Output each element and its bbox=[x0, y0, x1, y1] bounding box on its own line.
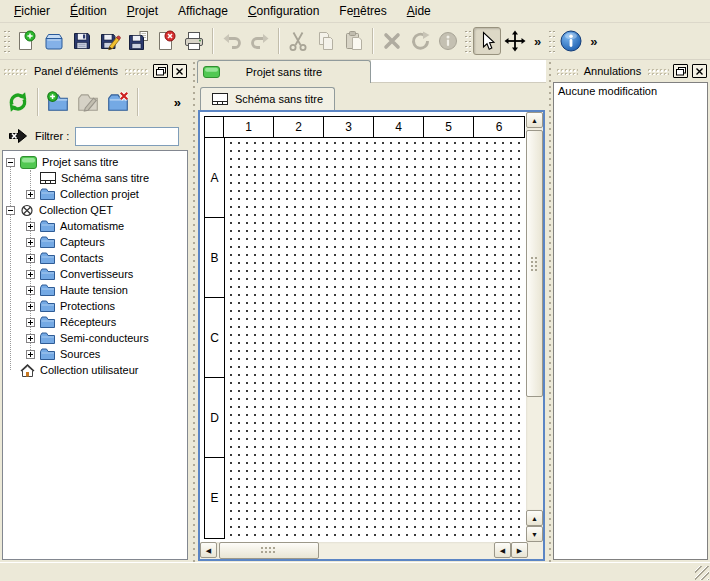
float-dock-button[interactable] bbox=[673, 64, 688, 78]
expand-expander-icon[interactable] bbox=[26, 286, 35, 295]
collapse-expander-icon[interactable] bbox=[6, 206, 15, 215]
tree-item-projet-sans-titre[interactable]: Projet sans titre bbox=[3, 154, 187, 170]
dock-title-texture bbox=[556, 68, 578, 75]
scroll-left-button[interactable]: ◀ bbox=[200, 542, 217, 558]
scroll-up-button-2[interactable]: ▲ bbox=[526, 510, 543, 526]
save-icon bbox=[71, 30, 93, 52]
tree-item-collection-qet[interactable]: Collection QET bbox=[3, 202, 187, 218]
panel-overflow-chevron[interactable]: » bbox=[174, 95, 181, 110]
edit-category-button[interactable] bbox=[73, 87, 103, 117]
qet-collection-icon bbox=[20, 204, 34, 217]
tree-item-sources[interactable]: Sources bbox=[3, 346, 187, 362]
menu-aide[interactable]: Aide bbox=[397, 1, 441, 21]
save-all-button[interactable] bbox=[124, 27, 152, 55]
expand-expander-icon[interactable] bbox=[26, 302, 35, 311]
save-as-button[interactable] bbox=[96, 27, 124, 55]
expand-expander-icon[interactable] bbox=[26, 334, 35, 343]
vertical-scroll-track[interactable] bbox=[526, 128, 543, 510]
menu-fichier[interactable]: Fichier bbox=[4, 1, 60, 21]
toolbar-overflow-chevron[interactable]: » bbox=[585, 34, 602, 49]
expand-expander-icon[interactable] bbox=[26, 238, 35, 247]
schema-canvas[interactable]: 1 2 3 4 5 6 A B C D E bbox=[200, 112, 526, 542]
toolbar-drag-handle[interactable] bbox=[464, 28, 471, 54]
expand-expander-icon[interactable] bbox=[26, 190, 35, 199]
clear-filter-button[interactable] bbox=[7, 127, 29, 145]
scroll-down-button[interactable]: ▼ bbox=[526, 526, 543, 542]
menu-affichage[interactable]: Affichage bbox=[168, 1, 238, 21]
tree-item-collection-projet[interactable]: Collection projet bbox=[3, 186, 187, 202]
undo-history-item[interactable]: Aucune modification bbox=[558, 85, 703, 100]
toolbar-drag-handle[interactable] bbox=[548, 28, 555, 54]
print-button[interactable] bbox=[180, 27, 208, 55]
float-dock-button[interactable] bbox=[153, 64, 168, 78]
tree-item-automatisme[interactable]: Automatisme bbox=[3, 218, 187, 234]
print-icon bbox=[183, 30, 205, 52]
close-document-button[interactable] bbox=[152, 27, 180, 55]
expand-expander-icon[interactable] bbox=[26, 270, 35, 279]
copy-button[interactable] bbox=[312, 27, 340, 55]
expand-expander-icon[interactable] bbox=[26, 318, 35, 327]
tab-schema-sans-titre[interactable]: Schéma sans titre bbox=[200, 87, 335, 110]
select-tool-button[interactable] bbox=[473, 27, 501, 55]
filter-input[interactable] bbox=[75, 127, 179, 146]
vertical-scroll-thumb[interactable] bbox=[526, 130, 543, 397]
expand-expander-icon[interactable] bbox=[26, 350, 35, 359]
delete-category-button[interactable] bbox=[103, 87, 133, 117]
undo-history-list: Aucune modification bbox=[553, 82, 708, 560]
dock-splitter-right[interactable] bbox=[546, 60, 553, 562]
close-dock-button[interactable] bbox=[172, 64, 187, 78]
rotate-button[interactable] bbox=[406, 27, 434, 55]
open-project-button[interactable] bbox=[40, 27, 68, 55]
undo-button[interactable] bbox=[218, 27, 246, 55]
tab-projet-sans-titre[interactable]: Projet sans titre bbox=[197, 60, 371, 83]
menu-fenetres[interactable]: Fenêtres bbox=[329, 1, 396, 21]
about-info-icon bbox=[559, 29, 583, 53]
tree-item-schema-sans-titre[interactable]: Schéma sans titre bbox=[3, 170, 187, 186]
toolbar-overflow-chevron[interactable]: » bbox=[529, 34, 546, 49]
menu-projet[interactable]: Projet bbox=[117, 1, 168, 21]
scroll-left-button-2[interactable]: ◀ bbox=[494, 542, 511, 558]
reload-collections-button[interactable] bbox=[3, 87, 33, 117]
toolbar-drag-handle[interactable] bbox=[3, 28, 10, 54]
delete-button[interactable] bbox=[378, 27, 406, 55]
expand-expander-icon[interactable] bbox=[26, 254, 35, 263]
elements-panel-titlebar[interactable]: Panel d'éléments bbox=[0, 60, 190, 82]
workspace: Projet sans titre Schéma sans titre bbox=[197, 60, 546, 562]
tree-item-capteurs[interactable]: Capteurs bbox=[3, 234, 187, 250]
expand-expander-icon[interactable] bbox=[26, 222, 35, 231]
scroll-up-button[interactable]: ▲ bbox=[526, 112, 543, 128]
tree-item-label: Schéma sans titre bbox=[61, 172, 149, 184]
resize-grip[interactable] bbox=[695, 566, 709, 580]
tree-item-convertisseurs[interactable]: Convertisseurs bbox=[3, 266, 187, 282]
element-info-button[interactable] bbox=[434, 27, 462, 55]
tree-item-semi-conducteurs[interactable]: Semi-conducteurs bbox=[3, 330, 187, 346]
paste-icon bbox=[343, 30, 365, 52]
collapse-expander-icon[interactable] bbox=[6, 158, 15, 167]
tree-item-collection-utilisateur[interactable]: Collection utilisateur bbox=[3, 362, 187, 378]
copy-icon bbox=[315, 30, 337, 52]
tree-item-recepteurs[interactable]: Récepteurs bbox=[3, 314, 187, 330]
column-label: 2 bbox=[274, 117, 324, 137]
float-icon bbox=[676, 67, 686, 76]
horizontal-scroll-thumb[interactable] bbox=[219, 542, 319, 559]
save-button[interactable] bbox=[68, 27, 96, 55]
new-category-button[interactable] bbox=[43, 87, 73, 117]
paste-button[interactable] bbox=[340, 27, 368, 55]
redo-button[interactable] bbox=[246, 27, 274, 55]
dock-splitter-left[interactable] bbox=[190, 60, 197, 562]
cut-button[interactable] bbox=[284, 27, 312, 55]
move-tool-button[interactable] bbox=[501, 27, 529, 55]
column-label: 6 bbox=[474, 117, 524, 137]
about-info-button[interactable] bbox=[557, 27, 585, 55]
tree-item-contacts[interactable]: Contacts bbox=[3, 250, 187, 266]
horizontal-scroll-track[interactable] bbox=[217, 542, 494, 559]
menu-edition[interactable]: Édition bbox=[60, 1, 117, 21]
undo-dock-titlebar[interactable]: Annulations bbox=[553, 60, 710, 82]
new-document-button[interactable] bbox=[12, 27, 40, 55]
scroll-right-button[interactable]: ▶ bbox=[511, 542, 528, 558]
close-dock-button[interactable] bbox=[692, 64, 707, 78]
tree-item-protections[interactable]: Protections bbox=[3, 298, 187, 314]
menu-configuration[interactable]: Configuration bbox=[238, 1, 329, 21]
tree-item-haute-tension[interactable]: Haute tension bbox=[3, 282, 187, 298]
grid-corner-cell bbox=[205, 117, 224, 137]
